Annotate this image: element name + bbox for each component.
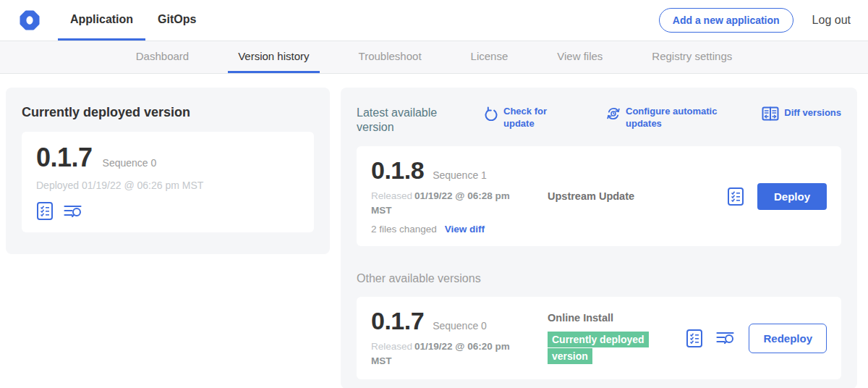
currently-deployed-panel: Currently deployed version 0.1.7 Sequenc… — [6, 88, 330, 254]
top-nav: Application GitOps Add a new application… — [0, 0, 868, 41]
app-sub-nav: Dashboard Version history Troubleshoot L… — [0, 41, 868, 74]
other-version-number: 0.1.7 — [371, 308, 424, 333]
redeploy-button[interactable]: Redeploy — [749, 324, 827, 353]
deploy-button[interactable]: Deploy — [757, 183, 827, 210]
deployed-timestamp: Deployed 01/19/22 @ 06:26 pm MST — [36, 180, 299, 191]
latest-version-source: Upstream Update — [548, 190, 727, 202]
latest-released-timestamp: Released01/19/22 @ 06:28 pm MST — [371, 189, 514, 217]
view-diff-link[interactable]: View diff — [445, 224, 485, 235]
diff-versions-button[interactable]: Diff versions — [762, 106, 841, 121]
latest-panel-title: Latest available version — [357, 106, 452, 135]
other-sequence-label: Sequence 0 — [433, 320, 487, 332]
diff-versions-label: Diff versions — [784, 107, 841, 119]
latest-preflight-checklist-icon[interactable] — [727, 187, 744, 206]
subnav-registry-settings[interactable]: Registry settings — [642, 41, 742, 73]
add-application-button[interactable]: Add a new application — [659, 8, 793, 33]
other-version-source: Online Install — [548, 312, 686, 324]
preflight-checklist-icon[interactable] — [36, 201, 54, 221]
latest-sequence-label: Sequence 1 — [433, 169, 487, 181]
check-for-update-button[interactable]: Check for update — [484, 106, 553, 130]
deployed-version-number: 0.1.7 — [36, 145, 93, 171]
topnav-spacer — [208, 0, 658, 41]
check-for-update-label: Check for update — [503, 106, 553, 130]
currently-deployed-badge: Currently deployed version — [548, 332, 649, 363]
files-changed-label: 2 files changed — [371, 224, 437, 235]
subnav-dashboard[interactable]: Dashboard — [126, 41, 199, 73]
latest-available-panel: Latest available version Check for updat… — [341, 88, 857, 388]
other-view-logs-icon[interactable] — [716, 329, 736, 347]
tab-application[interactable]: Application — [58, 0, 145, 41]
latest-version-number: 0.1.8 — [371, 158, 424, 182]
configure-automatic-updates-button[interactable]: Configure automatic updates — [606, 106, 723, 130]
view-logs-icon[interactable] — [64, 203, 83, 220]
deployed-panel-title: Currently deployed version — [22, 105, 314, 120]
other-versions-title: Other available versions — [357, 272, 841, 285]
configure-automatic-updates-label: Configure automatic updates — [626, 106, 723, 130]
other-version-card: 0.1.7 Sequence 0 Released01/19/22 @ 06:2… — [357, 297, 841, 379]
app-logo — [19, 0, 41, 41]
subnav-view-files[interactable]: View files — [547, 41, 613, 73]
deployed-version-card: 0.1.7 Sequence 0 Deployed 01/19/22 @ 06:… — [22, 132, 314, 232]
app-logo-icon — [19, 9, 41, 31]
other-released-timestamp: Released01/19/22 @ 06:20 pm MST — [371, 340, 514, 368]
logout-button[interactable]: Log out — [812, 14, 851, 27]
main-content: Currently deployed version 0.1.7 Sequenc… — [0, 74, 868, 388]
subnav-troubleshoot[interactable]: Troubleshoot — [349, 41, 432, 73]
deployed-sequence-label: Sequence 0 — [103, 157, 157, 169]
subnav-version-history[interactable]: Version history — [228, 41, 319, 73]
other-preflight-checklist-icon[interactable] — [686, 329, 703, 348]
tab-gitops[interactable]: GitOps — [145, 0, 208, 41]
subnav-license[interactable]: License — [461, 41, 519, 73]
latest-version-card: 0.1.8 Sequence 1 Released01/19/22 @ 06:2… — [357, 146, 841, 246]
